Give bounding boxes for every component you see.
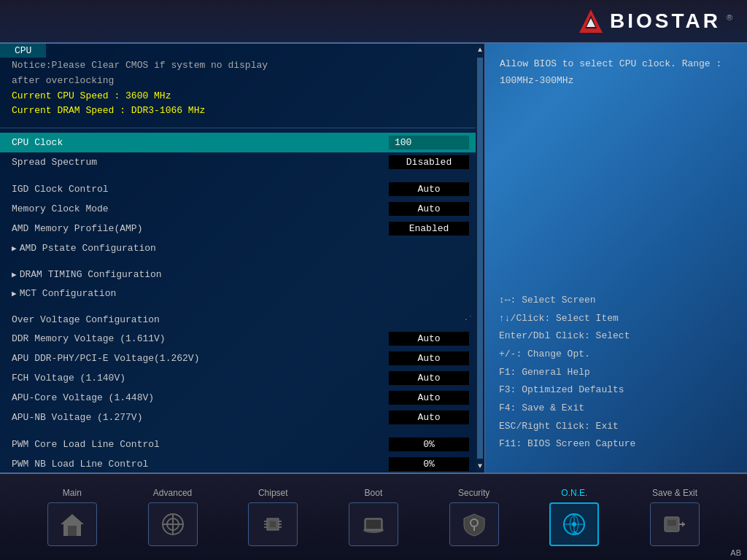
nav-item-boot[interactable]: Boot [349, 488, 398, 546]
nav-icon-chipset[interactable] [248, 502, 298, 546]
ab-badge: AB [730, 548, 741, 557]
gap1 [0, 172, 484, 179]
nav-label-main: Main [63, 488, 82, 498]
house-icon [58, 511, 87, 537]
logo-icon [578, 8, 604, 34]
decoration-dot: ·˙ [464, 316, 473, 324]
advanced-icon [158, 511, 187, 537]
fch-voltage-value: Auto [385, 371, 473, 385]
nav-label-save-exit: Save & Exit [652, 488, 697, 498]
menu-item-igd-clock[interactable]: IGD Clock Control Auto [0, 179, 484, 199]
nav-label-boot: Boot [365, 488, 383, 498]
scrollbar[interactable]: ▲ ▼ [476, 44, 484, 472]
cpu-section-tab: CPU [0, 44, 46, 58]
help-description: Allow BIOS to select CPU clock. Range : … [500, 55, 732, 90]
pwm-nb-label: PWM NB Load Line Control [12, 459, 385, 470]
cpu-clock-value: 100 [385, 136, 473, 149]
bottom-nav: Main Advanced Chipset [0, 472, 747, 560]
pwm-core-label: PWM Core Load Line Control [12, 439, 385, 450]
apu-ddr-phy-value: Auto [385, 351, 473, 365]
igd-clock-label: IGD Clock Control [12, 184, 385, 195]
nav-item-one[interactable]: O.N.E. [549, 488, 599, 546]
nav-icon-advanced[interactable] [148, 502, 198, 546]
dram-speed: Current DRAM Speed : DDR3-1066 MHz [12, 104, 473, 119]
notice-line1: Notice:Please Clear CMOS if system no di… [12, 58, 473, 74]
nav-icon-security[interactable] [449, 502, 499, 546]
menu-item-memory-clock[interactable]: Memory Clock Mode Auto [0, 199, 484, 219]
menu-item-amd-memory-profile[interactable]: AMD Memory Profile(AMP) Enabled [0, 219, 484, 238]
spread-spectrum-value: Disabled [385, 155, 473, 169]
notice-area: Notice:Please Clear CMOS if system no di… [0, 52, 484, 128]
apu-nb-voltage-value: Auto [385, 411, 473, 424]
scroll-up-arrow[interactable]: ▲ [476, 44, 484, 56]
nav-item-save-exit[interactable]: Save & Exit [650, 488, 700, 546]
boot-icon [359, 511, 388, 537]
menu-item-spread-spectrum[interactable]: Spread Spectrum Disabled [0, 152, 484, 172]
gap4 [0, 427, 484, 435]
igd-clock-value: Auto [385, 182, 473, 196]
help-line2: 100MHz-300MHz [500, 72, 732, 89]
menu-item-apu-ddr-phy[interactable]: APU DDR-PHY/PCI-E Voltage(1.262V) Auto [0, 349, 484, 368]
fch-voltage-label: FCH Voltage (1.140V) [12, 373, 385, 384]
help-line1: Allow BIOS to select CPU clock. Range : [500, 55, 732, 72]
main-area: Notice:Please Clear CMOS if system no di… [0, 44, 747, 472]
amd-memory-profile-label: AMD Memory Profile(AMP) [12, 223, 385, 234]
notice-text: Notice:Please Clear CMOS if system no di… [12, 58, 473, 119]
security-icon [460, 511, 489, 537]
nav-icon-save-exit[interactable] [650, 502, 700, 546]
nav-item-advanced[interactable]: Advanced [148, 488, 198, 546]
logo-text: BIOSTAR [610, 9, 721, 33]
nav-item-security[interactable]: Security [449, 488, 499, 546]
menu-item-amd-pstate[interactable]: ▶ AMD Pstate Configuration [0, 238, 484, 257]
pwm-core-value: 0% [385, 438, 473, 451]
logo-trademark: ® [727, 13, 732, 22]
nav-item-main[interactable]: Main [47, 488, 97, 546]
menu-item-pwm-nb[interactable]: PWM NB Load Line Control 0% [0, 454, 484, 472]
exit-icon [660, 511, 689, 537]
apu-nb-voltage-label: APU-NB Voltage (1.277V) [12, 412, 385, 423]
menu-item-dram-timing[interactable]: ▶ DRAM TIMING Configuration [0, 265, 484, 284]
arrow-icon-dram: ▶ [12, 270, 17, 279]
menu-item-apu-nb-voltage[interactable]: APU-NB Voltage (1.277V) Auto [0, 408, 484, 427]
top-bar: BIOSTAR ® [0, 0, 747, 44]
nav-icon-one[interactable] [549, 502, 599, 546]
nav-label-security: Security [458, 488, 489, 498]
nav-label-advanced: Advanced [153, 488, 192, 498]
nav-label-one: O.N.E. [561, 488, 587, 498]
menu-item-mct[interactable]: ▶ MCT Configuration [0, 284, 484, 303]
apu-core-voltage-value: Auto [385, 391, 473, 405]
nav-label-chipset: Chipset [258, 488, 288, 498]
arrow-icon-mct: ▶ [12, 289, 17, 298]
one-icon [560, 511, 589, 537]
menu-item-pwm-core[interactable]: PWM Core Load Line Control 0% [0, 435, 484, 454]
memory-clock-label: Memory Clock Mode [12, 203, 385, 214]
nav-icon-main[interactable] [47, 502, 97, 546]
cpu-clock-label: CPU Clock [12, 137, 385, 148]
menu-item-cpu-clock[interactable]: CPU Clock 100 [0, 133, 484, 152]
scroll-thumb[interactable] [477, 58, 483, 459]
menu-item-fch-voltage[interactable]: FCH Voltage (1.140V) Auto [0, 368, 484, 388]
memory-clock-value: Auto [385, 202, 473, 216]
ddr-voltage-value: Auto [385, 332, 473, 346]
cpu-speed: Current CPU Speed : 3600 MHz [12, 89, 473, 104]
spread-spectrum-label: Spread Spectrum [12, 157, 385, 168]
nav-icon-boot[interactable] [349, 502, 398, 546]
amd-memory-profile-value: Enabled [385, 222, 473, 236]
amd-pstate-label: AMD Pstate Configuration [20, 243, 473, 254]
chipset-icon [258, 511, 287, 537]
ddr-voltage-label: DDR Memory Voltage (1.611V) [12, 333, 385, 344]
gap2 [0, 257, 484, 265]
overvoltage-header-label: Over Voltage Configuration [12, 314, 461, 325]
arrow-icon-pstate: ▶ [12, 244, 17, 253]
dram-timing-label: DRAM TIMING Configuration [20, 269, 473, 280]
menu-item-overvoltage-header: Over Voltage Configuration ·˙ [0, 310, 484, 329]
menu-item-apu-core-voltage[interactable]: APU-Core Voltage (1.448V) Auto [0, 388, 484, 408]
svg-point-25 [572, 522, 576, 526]
menu-item-ddr-voltage[interactable]: DDR Memory Voltage (1.611V) Auto [0, 329, 484, 349]
gap3 [0, 303, 484, 310]
pwm-nb-value: 0% [385, 457, 473, 471]
nav-item-chipset[interactable]: Chipset [248, 488, 298, 546]
svg-marker-30 [682, 521, 685, 527]
svg-rect-19 [366, 520, 381, 529]
scroll-down-arrow[interactable]: ▼ [476, 460, 484, 472]
